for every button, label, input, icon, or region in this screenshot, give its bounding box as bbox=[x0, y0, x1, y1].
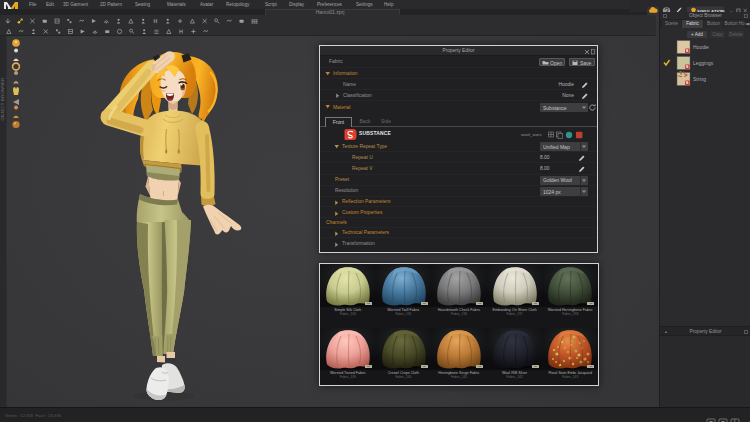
svg-text:S: S bbox=[686, 64, 689, 69]
svg-text:Leggings: Leggings bbox=[693, 60, 714, 66]
svg-text:S: S bbox=[686, 80, 689, 85]
svg-text:S: S bbox=[686, 48, 689, 53]
svg-text:Hoodie: Hoodie bbox=[693, 44, 709, 50]
svg-text:String: String bbox=[693, 76, 706, 82]
